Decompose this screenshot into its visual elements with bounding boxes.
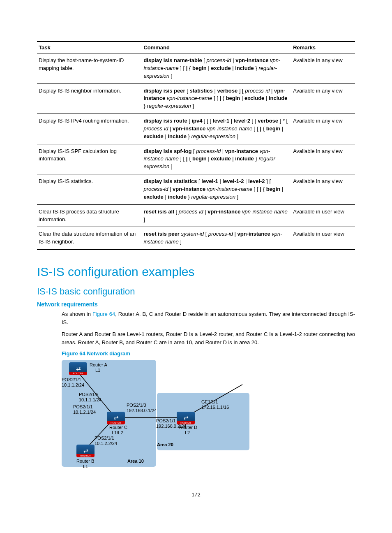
router-b-icon: ⇄ROUTER [76, 445, 95, 457]
if-b: POS2/1/110.1.2.2/24 [95, 436, 117, 446]
table-row: Display IS-IS IPv4 routing information.d… [37, 114, 355, 144]
table-row: Clear IS-IS process data structure infor… [37, 204, 355, 227]
cell-command: reset isis all [ process-id | vpn-instan… [142, 204, 291, 227]
th-task: Task [37, 42, 142, 53]
area20-label: Area 20 [157, 442, 173, 447]
cell-remarks: Available in any view [291, 174, 355, 205]
if-c3: POS2/1/3192.168.0.1/24 [127, 403, 157, 413]
if-a: POS2/1/110.1.1.2/24 [62, 377, 84, 387]
cell-task: Clear the data structure information of … [37, 227, 142, 250]
text: As shown in [62, 311, 92, 317]
router-a-label: Router AL1 [90, 362, 107, 373]
router-d-label: Router DL2 [179, 425, 197, 435]
table-row: Display IS-IS SPF calculation log inform… [37, 144, 355, 174]
cell-remarks: Available in any view [291, 144, 355, 174]
cell-remarks: Available in any view [291, 83, 355, 114]
router-c-label: Router CL1/L2 [109, 425, 127, 435]
router-b-label: Router BL1 [76, 459, 94, 469]
cell-task: Clear IS-IS process data structure infor… [37, 204, 142, 227]
cell-command: display isis name-table [ process-id | v… [142, 53, 291, 84]
cell-command: display isis peer [ statistics | verbose… [142, 83, 291, 114]
th-command: Command [142, 42, 291, 53]
cell-command: display isis route [ ipv4 ] [ [ level-1 … [142, 114, 291, 144]
cell-task: Display IS-IS neighbor information. [37, 83, 142, 114]
cell-task: Display IS-IS SPF calculation log inform… [37, 144, 142, 174]
network-diagram: ⇄ROUTER Router AL1 POS2/1/110.1.1.2/24 ⇄… [62, 360, 251, 471]
figure-link[interactable]: Figure 64 [92, 311, 115, 317]
cell-task: Display IS-IS IPv4 routing information. [37, 114, 142, 144]
if-d2: GE1/1/1172.16.1.1/16 [201, 399, 229, 410]
cell-command: reset isis peer system-id [ process-id |… [142, 227, 291, 250]
th-remarks: Remarks [291, 42, 355, 53]
cell-remarks: Available in any view [291, 114, 355, 144]
table-header-row: Task Command Remarks [37, 42, 355, 53]
table-row: Display IS-IS statistics.display isis st… [37, 174, 355, 205]
cell-task: Display the host-name-to-system-ID mappi… [37, 53, 142, 84]
router-a-icon: ⇄ROUTER [69, 362, 87, 375]
area10-label: Area 10 [127, 459, 144, 464]
cell-remarks: Available in user view [291, 227, 355, 250]
requirements-heading: Network requirements [37, 301, 355, 308]
cell-remarks: Available in any view [291, 53, 355, 84]
cell-task: Display IS-IS statistics. [37, 174, 142, 205]
paragraph: Router A and Router B are Level-1 router… [62, 330, 355, 346]
table-row: Display IS-IS neighbor information.displ… [37, 83, 355, 114]
if-c2: POS2/1/110.1.2.1/24 [73, 404, 96, 415]
cell-command: display isis statistics [ level-1 | leve… [142, 174, 291, 205]
figure-caption: Figure 64 Network diagram [62, 350, 355, 357]
table-row: Clear the data structure information of … [37, 227, 355, 250]
paragraph: As shown in Figure 64, Router A, B, C an… [62, 310, 355, 326]
cell-command: display isis spf-log [ process-id | vpn-… [142, 144, 291, 174]
section-heading: IS-IS configuration examples [37, 265, 355, 279]
if-c1: POS2/1/210.1.1.1/24 [79, 392, 101, 402]
router-c-icon: ⇄ROUTER [107, 412, 125, 424]
table-row: Display the host-name-to-system-ID mappi… [37, 53, 355, 84]
command-table: Task Command Remarks Display the host-na… [37, 41, 355, 250]
subsection-heading: IS-IS basic configuration [37, 286, 355, 297]
cell-remarks: Available in user view [291, 204, 355, 227]
page-number: 172 [37, 491, 355, 498]
